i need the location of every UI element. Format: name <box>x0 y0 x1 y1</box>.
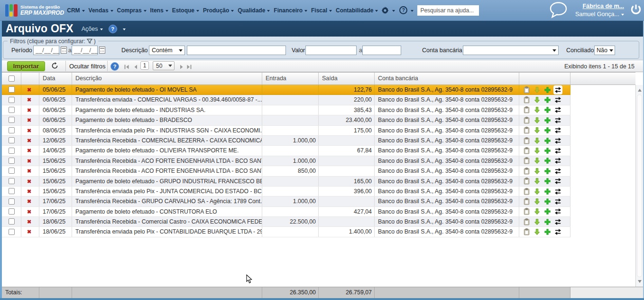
column-header-out[interactable]: Saída <box>319 73 375 84</box>
add-icon[interactable] <box>544 188 551 195</box>
reconcile-icon[interactable] <box>554 117 561 124</box>
search-input[interactable] <box>417 5 479 16</box>
reconcile-icon[interactable] <box>554 188 561 195</box>
vertical-scrollbar[interactable] <box>635 85 643 287</box>
scrollbar-thumb[interactable] <box>637 94 642 277</box>
help-icon[interactable]: ? <box>110 62 119 71</box>
first-page-button[interactable] <box>124 63 129 72</box>
reconcile-icon[interactable] <box>554 157 561 164</box>
add-icon[interactable] <box>544 96 551 103</box>
document-icon[interactable] <box>523 178 530 185</box>
download-icon[interactable] <box>534 168 541 175</box>
document-icon[interactable] <box>523 198 530 205</box>
download-icon[interactable] <box>534 198 541 205</box>
delete-icon[interactable]: ✖ <box>27 97 31 103</box>
row-checkbox[interactable] <box>9 178 15 184</box>
column-header-date[interactable]: Data <box>39 73 72 84</box>
download-icon[interactable] <box>534 178 541 185</box>
value-to-input[interactable] <box>362 46 401 55</box>
table-row[interactable]: ✖15/06/25Transferência enviada pelo Pix … <box>2 187 570 197</box>
chevron-down-icon[interactable] <box>411 10 414 12</box>
description-filter-input[interactable] <box>187 46 286 55</box>
company-link[interactable]: Fábrica de m... <box>575 3 624 9</box>
document-icon[interactable] <box>523 208 530 215</box>
download-icon[interactable] <box>534 188 541 195</box>
delete-icon[interactable]: ✖ <box>27 128 31 133</box>
delete-icon[interactable]: ✖ <box>27 198 31 204</box>
row-checkbox[interactable] <box>9 86 15 93</box>
menu-produção[interactable]: Produção <box>201 7 236 14</box>
add-icon[interactable] <box>544 137 551 144</box>
menu-estoque[interactable]: Estoque <box>170 7 201 14</box>
table-row[interactable]: ✖06/06/25Pagamento de boleto efetuado - … <box>2 105 570 115</box>
table-row[interactable]: ✖15/06/25Transferência Recebida - ACO FO… <box>2 166 570 176</box>
reconcile-icon[interactable] <box>554 86 561 94</box>
prev-page-button[interactable] <box>133 63 138 72</box>
next-page-button[interactable] <box>179 63 184 72</box>
menu-fiscal[interactable]: Fiscal <box>309 7 334 14</box>
table-row[interactable]: ✖18/06/25Transferência enviada pelo Pix … <box>2 227 570 237</box>
row-checkbox[interactable] <box>9 208 15 215</box>
download-icon[interactable] <box>534 228 541 235</box>
filters-legend[interactable]: Filtros (clique para configurar: ) <box>8 38 98 45</box>
menu-crm[interactable]: CRM <box>65 7 86 14</box>
actions-menu[interactable]: Ações <box>82 26 103 32</box>
select-all-checkbox[interactable] <box>9 75 15 82</box>
document-icon[interactable] <box>523 117 530 124</box>
row-checkbox[interactable] <box>9 148 15 154</box>
reconcile-icon[interactable] <box>554 96 561 103</box>
page-size-select[interactable]: 50 <box>153 61 175 70</box>
reconcile-icon[interactable] <box>554 208 561 215</box>
reconcile-icon[interactable] <box>554 218 561 225</box>
calendar-icon[interactable] <box>61 47 67 54</box>
table-row[interactable]: ✖06/06/25Transferência enviada - COMERCI… <box>2 95 570 105</box>
add-icon[interactable] <box>544 228 551 235</box>
row-checkbox[interactable] <box>9 107 15 113</box>
document-icon[interactable] <box>523 188 530 195</box>
row-checkbox[interactable] <box>9 168 15 174</box>
reconcile-icon[interactable] <box>554 178 561 185</box>
menu-vendas[interactable]: Vendas <box>87 7 115 14</box>
scroll-up-arrow-icon[interactable] <box>638 89 642 92</box>
period-start-input[interactable]: __/__/__ <box>33 46 59 55</box>
add-icon[interactable] <box>544 198 551 205</box>
table-row[interactable]: ✖14/06/25Pagamento de boleto efetuado - … <box>2 146 570 156</box>
download-icon[interactable] <box>534 96 541 103</box>
delete-icon[interactable]: ✖ <box>27 178 31 184</box>
reconciled-select[interactable]: Não <box>594 46 615 55</box>
add-icon[interactable] <box>544 218 551 225</box>
download-icon[interactable] <box>534 137 541 144</box>
add-icon[interactable] <box>544 157 551 164</box>
menu-qualidade[interactable]: Qualidade <box>236 7 272 14</box>
column-header-description[interactable]: Descrição <box>72 73 262 84</box>
chevron-down-icon[interactable] <box>123 28 126 30</box>
reconcile-icon[interactable] <box>554 228 561 235</box>
table-row[interactable]: ✖18/06/25Transferência Recebida - Comerc… <box>2 217 570 227</box>
chevron-down-icon[interactable] <box>392 10 395 12</box>
document-icon[interactable] <box>523 218 530 225</box>
table-row[interactable]: ✖15/06/25Transferência Recebida - ACO FO… <box>2 156 570 166</box>
table-row[interactable]: ✖17/06/25Transferência Recebida - GRUPO … <box>2 197 570 206</box>
reconcile-icon[interactable] <box>554 137 561 144</box>
menu-itens[interactable]: Itens <box>148 7 170 14</box>
document-icon[interactable] <box>523 147 530 154</box>
download-icon[interactable] <box>534 218 541 225</box>
delete-icon[interactable]: ✖ <box>27 117 31 123</box>
row-checkbox[interactable] <box>9 188 15 194</box>
add-icon[interactable] <box>544 208 551 215</box>
menu-contabilidade[interactable]: Contabilidade <box>334 7 380 14</box>
period-end-input[interactable]: __/__/__ <box>72 46 98 55</box>
column-header-account[interactable]: Conta bancária <box>375 73 519 84</box>
table-row[interactable]: ✖06/06/25Pagamento de boleto efetuado - … <box>2 115 570 125</box>
row-checkbox[interactable] <box>9 158 15 164</box>
hide-filters-button[interactable]: Ocultar filtros <box>69 63 106 70</box>
row-checkbox[interactable] <box>9 218 15 225</box>
delete-icon[interactable]: ✖ <box>27 148 31 153</box>
logout-icon[interactable] <box>630 3 642 18</box>
row-checkbox[interactable] <box>9 97 15 103</box>
delete-icon[interactable]: ✖ <box>27 229 31 234</box>
delete-icon[interactable]: ✖ <box>27 158 31 164</box>
document-icon[interactable] <box>523 228 530 235</box>
erp-logo[interactable]: Sistema de gestão ERP MAXIPROD <box>5 4 64 17</box>
row-checkbox[interactable] <box>9 137 15 143</box>
